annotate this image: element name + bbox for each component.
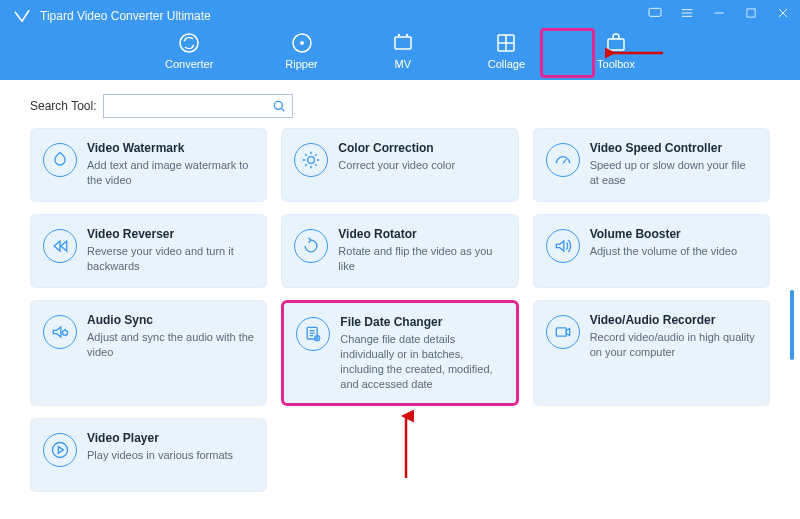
tool-video-watermark[interactable]: Video Watermark Add text and image water… xyxy=(30,128,267,202)
play-icon xyxy=(43,433,77,467)
tool-title: Audio Sync xyxy=(87,313,254,327)
tool-video-player[interactable]: Video Player Play videos in various form… xyxy=(30,418,267,492)
tool-desc: Record video/audio in high quality on yo… xyxy=(590,330,757,360)
tool-title: Video/Audio Recorder xyxy=(590,313,757,327)
tool-title: Video Speed Controller xyxy=(590,141,757,155)
tool-audio-sync[interactable]: Audio Sync Adjust and sync the audio wit… xyxy=(30,300,267,406)
tool-title: Video Player xyxy=(87,431,254,445)
app-title: Tipard Video Converter Ultimate xyxy=(40,9,211,23)
tool-desc: Play videos in various formats xyxy=(87,448,254,463)
tool-desc: Correct your video color xyxy=(338,158,505,173)
app-header: Tipard Video Converter Ultimate Converte… xyxy=(0,0,800,80)
tab-label: Toolbox xyxy=(597,58,635,70)
tool-desc: Adjust and sync the audio with the video xyxy=(87,330,254,360)
tool-video-reverser[interactable]: Video Reverser Reverse your video and tu… xyxy=(30,214,267,288)
tool-title: Video Watermark xyxy=(87,141,254,155)
rotate-icon xyxy=(294,229,328,263)
converter-icon xyxy=(176,30,202,56)
tool-video-rotator[interactable]: Video Rotator Rotate and flip the video … xyxy=(281,214,518,288)
date-icon xyxy=(296,317,330,351)
ripper-icon xyxy=(289,30,315,56)
tool-title: Color Correction xyxy=(338,141,505,155)
svg-point-11 xyxy=(308,157,315,164)
maximize-button[interactable] xyxy=(742,4,760,22)
search-button[interactable] xyxy=(266,95,292,117)
search-row: Search Tool: xyxy=(0,80,800,128)
svg-point-6 xyxy=(398,34,400,36)
color-icon xyxy=(294,143,328,177)
tool-color-correction[interactable]: Color Correction Correct your video colo… xyxy=(281,128,518,202)
tool-title: Video Rotator xyxy=(338,227,505,241)
tool-desc: Reverse your video and turn it backwards xyxy=(87,244,254,274)
search-wrap xyxy=(103,94,293,118)
tool-title: Volume Booster xyxy=(590,227,757,241)
tab-ripper[interactable]: Ripper xyxy=(279,28,323,72)
tool-desc: Adjust the volume of the video xyxy=(590,244,757,259)
tool-desc: Speed up or slow down your file at ease xyxy=(590,158,757,188)
mv-icon xyxy=(390,30,416,56)
tab-toolbox[interactable]: Toolbox xyxy=(591,28,641,72)
search-label: Search Tool: xyxy=(30,99,97,113)
svg-point-10 xyxy=(274,101,282,109)
svg-point-2 xyxy=(180,34,198,52)
tab-label: MV xyxy=(394,58,411,70)
tab-mv[interactable]: MV xyxy=(384,28,422,72)
svg-rect-15 xyxy=(556,328,566,336)
tab-collage[interactable]: Collage xyxy=(482,28,531,72)
tab-label: Converter xyxy=(165,58,213,70)
tool-volume-booster[interactable]: Volume Booster Adjust the volume of the … xyxy=(533,214,770,288)
feedback-icon[interactable] xyxy=(646,4,664,22)
tool-title: File Date Changer xyxy=(340,315,503,329)
tool-desc: Add text and image watermark to the vide… xyxy=(87,158,254,188)
tool-file-date-changer[interactable]: File Date Changer Change file date detai… xyxy=(281,300,518,406)
tab-label: Ripper xyxy=(285,58,317,70)
menu-icon[interactable] xyxy=(678,4,696,22)
tool-title: Video Reverser xyxy=(87,227,254,241)
svg-rect-5 xyxy=(395,37,411,49)
main-tabs: Converter Ripper MV Collage Toolbox xyxy=(0,26,800,72)
tools-grid: Video Watermark Add text and image water… xyxy=(0,128,800,512)
svg-point-16 xyxy=(53,443,68,458)
toolbox-icon xyxy=(603,30,629,56)
sync-icon xyxy=(43,315,77,349)
titlebar: Tipard Video Converter Ultimate xyxy=(0,0,800,26)
scrollbar-thumb[interactable] xyxy=(790,290,794,360)
tab-converter[interactable]: Converter xyxy=(159,28,219,72)
tool-video-speed[interactable]: Video Speed Controller Speed up or slow … xyxy=(533,128,770,202)
window-controls xyxy=(646,4,792,22)
volume-icon xyxy=(546,229,580,263)
reverse-icon xyxy=(43,229,77,263)
tool-recorder[interactable]: Video/Audio Recorder Record video/audio … xyxy=(533,300,770,406)
svg-point-12 xyxy=(63,330,68,335)
svg-rect-1 xyxy=(747,9,755,17)
app-logo-icon xyxy=(12,6,32,26)
tool-desc: Change file date details individually or… xyxy=(340,332,503,391)
watermark-icon xyxy=(43,143,77,177)
svg-rect-9 xyxy=(608,39,624,50)
tool-desc: Rotate and flip the video as you like xyxy=(338,244,505,274)
minimize-button[interactable] xyxy=(710,4,728,22)
recorder-icon xyxy=(546,315,580,349)
svg-point-7 xyxy=(406,34,408,36)
tab-label: Collage xyxy=(488,58,525,70)
collage-icon xyxy=(493,30,519,56)
speed-icon xyxy=(546,143,580,177)
svg-rect-0 xyxy=(649,8,661,16)
close-button[interactable] xyxy=(774,4,792,22)
search-input[interactable] xyxy=(104,99,266,113)
svg-point-4 xyxy=(300,41,304,45)
